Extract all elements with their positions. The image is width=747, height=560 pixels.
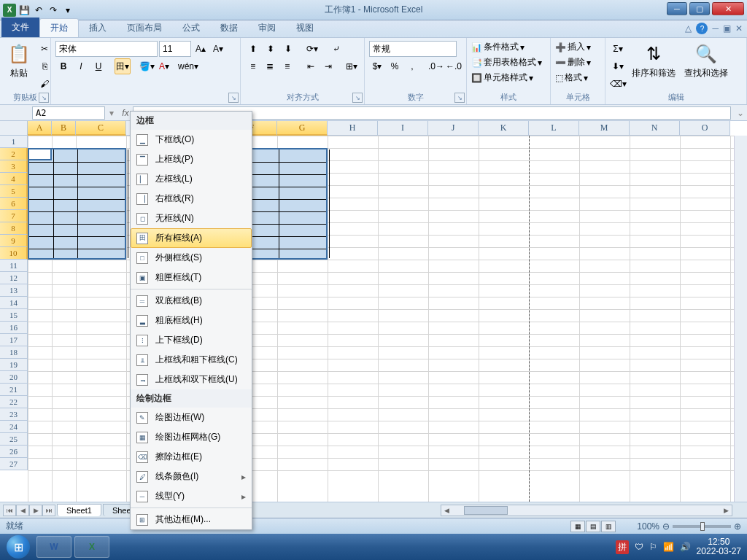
wrap-text-button[interactable]: ⤶ (328, 41, 344, 57)
task-word[interactable]: W (36, 536, 71, 558)
merge-button[interactable]: ⊞▾ (344, 58, 360, 74)
clock[interactable]: 12:50 2022-03-27 (697, 537, 741, 556)
help-icon[interactable]: ? (696, 23, 708, 34)
row-header-5[interactable]: 5 (0, 185, 28, 198)
tray-volume-icon[interactable]: 🔊 (680, 542, 691, 552)
align-top-button[interactable]: ⬆ (245, 41, 261, 57)
row-header-25[interactable]: 25 (0, 433, 28, 446)
redo-button[interactable]: ↷ (47, 4, 60, 17)
row-header-20[interactable]: 20 (0, 371, 28, 384)
zoom-slider[interactable] (673, 525, 731, 528)
align-middle-button[interactable]: ⬍ (263, 41, 279, 57)
tab-insert[interactable]: 插入 (79, 19, 117, 37)
border-menu-item[interactable]: ═双底框线(B) (131, 291, 252, 311)
wb-close-icon[interactable]: ✕ (735, 23, 743, 34)
format-painter-button[interactable]: 🖌 (36, 76, 53, 92)
sheet-nav-next[interactable]: ▶ (29, 505, 42, 516)
border-menu-item[interactable]: 田所有框线(A) (131, 228, 252, 248)
row-header-10[interactable]: 10 (0, 247, 28, 260)
border-menu-item[interactable]: ▦绘图边框网格(G) (131, 427, 252, 447)
comma-button[interactable]: , (404, 58, 420, 74)
row-header-17[interactable]: 17 (0, 334, 28, 346)
fill-button[interactable]: ⬇▾ (610, 58, 626, 74)
number-format-combo[interactable]: 常规 (369, 41, 457, 57)
border-menu-item[interactable]: ▂粗底框线(H) (131, 311, 252, 330)
column-header-C[interactable]: C (76, 121, 126, 136)
close-button[interactable]: ✕ (712, 2, 744, 15)
border-button[interactable]: 田▾ (115, 58, 131, 74)
tab-review[interactable]: 审阅 (248, 19, 286, 37)
underline-button[interactable]: U (90, 58, 107, 74)
row-header-14[interactable]: 14 (0, 297, 28, 309)
row-header-23[interactable]: 23 (0, 408, 28, 421)
border-menu-item[interactable]: ✎绘图边框(W) (131, 408, 252, 427)
number-launcher-icon[interactable]: ↘ (454, 93, 465, 103)
align-launcher-icon[interactable]: ↘ (352, 93, 363, 103)
tab-layout[interactable]: 页面布局 (117, 19, 172, 37)
row-header-12[interactable]: 12 (0, 272, 28, 284)
tab-file[interactable]: 文件 (1, 18, 39, 37)
border-menu-item[interactable]: □外侧框线(S) (131, 248, 252, 268)
table-format-button[interactable]: 📑 套用表格格式 ▾ (471, 56, 546, 69)
align-bottom-button[interactable]: ⬇ (280, 41, 296, 57)
inc-decimal-button[interactable]: .0→ (428, 58, 444, 74)
row-header-19[interactable]: 19 (0, 359, 28, 371)
delete-cells-button[interactable]: ➖ 删除 ▾ (555, 56, 600, 69)
border-menu-item[interactable]: 🖊线条颜色(I) (131, 467, 252, 486)
percent-button[interactable]: % (387, 58, 403, 74)
row-header-8[interactable]: 8 (0, 222, 28, 235)
border-menu-item[interactable]: ⫫上框线和粗下框线(C) (131, 350, 252, 370)
horizontal-scrollbar[interactable]: ◀ ▶ (441, 505, 732, 516)
clipboard-launcher-icon[interactable]: ↘ (39, 93, 49, 103)
indent-inc-button[interactable]: ⇥ (320, 58, 336, 74)
row-header-4[interactable]: 4 (0, 173, 28, 185)
border-menu-item[interactable]: ◻无框线(N) (131, 209, 252, 228)
row-header-18[interactable]: 18 (0, 346, 28, 359)
shrink-font-button[interactable]: A▾ (210, 41, 226, 57)
clear-button[interactable]: ⌫▾ (610, 76, 626, 92)
minimize-button[interactable]: ─ (667, 2, 687, 15)
cond-format-button[interactable]: 📊 条件格式 ▾ (471, 41, 546, 53)
column-header-N[interactable]: N (630, 121, 680, 136)
normal-view-button[interactable]: ▦ (570, 521, 585, 532)
align-center-button[interactable]: ≣ (263, 58, 279, 74)
namebox-dropdown-icon[interactable]: ▾ (109, 108, 114, 118)
border-menu-item[interactable]: ▏左框线(L) (131, 169, 252, 189)
italic-button[interactable]: I (73, 58, 89, 74)
bold-button[interactable]: B (55, 58, 71, 74)
grow-font-button[interactable]: A▴ (193, 41, 209, 57)
row-header-16[interactable]: 16 (0, 322, 28, 334)
row-header-27[interactable]: 27 (0, 458, 28, 470)
tab-formula[interactable]: 公式 (172, 19, 210, 37)
tray-action-icon[interactable]: ⚐ (649, 542, 657, 552)
row-header-13[interactable]: 13 (0, 284, 28, 297)
border-menu-item[interactable]: ⊞其他边框(M)... (131, 510, 252, 529)
phonetic-button[interactable]: wén▾ (180, 58, 196, 74)
row-header-26[interactable]: 26 (0, 446, 28, 458)
row-header-22[interactable]: 22 (0, 396, 28, 408)
border-menu-item[interactable]: ▣粗匣框线(T) (131, 268, 252, 287)
name-box[interactable]: A2 (32, 106, 105, 120)
font-launcher-icon[interactable]: ↘ (228, 93, 239, 103)
indent-dec-button[interactable]: ⇤ (303, 58, 319, 74)
row-header-2[interactable]: 2 (0, 148, 28, 160)
column-header-A[interactable]: A (28, 121, 52, 136)
border-menu-item[interactable]: ⫬上框线和双下框线(U) (131, 370, 252, 389)
border-menu-item[interactable]: ⌫擦除边框(E) (131, 447, 252, 467)
maximize-button[interactable]: ▢ (689, 2, 710, 15)
border-menu-item[interactable]: ▁下框线(O) (131, 130, 252, 149)
font-name-combo[interactable]: 宋体 (55, 41, 158, 57)
column-header-K[interactable]: K (479, 121, 529, 136)
align-right-button[interactable]: ≡ (279, 58, 295, 74)
font-size-combo[interactable]: 11 (159, 41, 191, 57)
column-header-L[interactable]: L (529, 121, 579, 136)
column-header-H[interactable]: H (328, 121, 378, 136)
border-menu-item[interactable]: ─线型(Y) (131, 486, 252, 506)
row-header-15[interactable]: 15 (0, 309, 28, 322)
copy-button[interactable]: ⎘ (36, 58, 53, 74)
column-header-J[interactable]: J (428, 121, 479, 136)
sheet-nav-first[interactable]: ⏮ (3, 505, 16, 516)
page-layout-button[interactable]: ▤ (586, 521, 600, 532)
select-all-corner[interactable] (0, 121, 28, 136)
start-button[interactable]: ⊞ (3, 535, 34, 559)
